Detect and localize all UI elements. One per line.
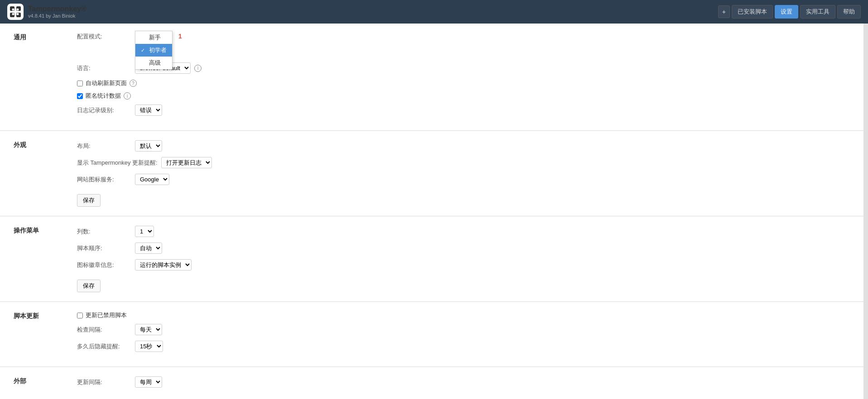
- check-interval-row: 检查间隔: 每天: [77, 324, 854, 335]
- info-icon-autoreload[interactable]: ?: [129, 80, 137, 87]
- anonymous-stats-label: 匿名统计数据: [86, 92, 121, 100]
- nav-installed-scripts[interactable]: 已安装脚本: [732, 5, 773, 19]
- badge-info-select[interactable]: 运行的脚本实例: [135, 259, 192, 271]
- config-mode-label: 配置模式:: [77, 33, 131, 41]
- log-level-label: 日志记录级别:: [77, 106, 131, 114]
- app-name: Tampermonkey®: [28, 5, 86, 13]
- config-mode-dropdown[interactable]: 新手 ✓ 初学者 高级: [135, 31, 173, 70]
- option-label-beginner: 初学者: [149, 46, 167, 54]
- update-disabled-checkbox[interactable]: [77, 313, 83, 318]
- check-mark-1: ✓: [141, 48, 146, 53]
- section-external: 外部 更新间隔: 每周: [0, 367, 868, 399]
- option-label-advanced: 高级: [149, 59, 161, 67]
- nav-buttons: + 已安装脚本 设置 实用工具 帮助: [718, 5, 861, 19]
- language-label: 语言:: [77, 64, 131, 72]
- update-notice-row: 显示 Tampermonkey 更新提醒: 打开更新日志: [77, 157, 854, 168]
- update-notice-label: 显示 Tampermonkey 更新提醒:: [77, 159, 158, 167]
- svg-point-4: [12, 9, 14, 11]
- config-option-beginner[interactable]: ✓ 初学者: [135, 44, 172, 57]
- check-interval-select[interactable]: 每天: [135, 324, 162, 335]
- script-order-row: 脚本顺序: 自动: [77, 242, 854, 254]
- section-general-body: 配置模式: 新手 ✓ 初学者 高级: [59, 33, 854, 121]
- columns-row: 列数: 1: [77, 226, 854, 237]
- badge-info-label: 图标徽章信息:: [77, 261, 131, 269]
- script-order-label: 脚本顺序:: [77, 244, 131, 252]
- nav-tools[interactable]: 实用工具: [800, 5, 835, 19]
- appearance-save-button[interactable]: 保存: [77, 194, 101, 207]
- section-general: 通用 配置模式: 新手 ✓ 初学者: [0, 24, 868, 131]
- section-general-title: 通用: [14, 33, 59, 121]
- badge-info-row: 图标徽章信息: 运行的脚本实例: [77, 259, 854, 271]
- section-appearance: 外观 布局: 默认 显示 Tampermonkey 更新提醒: 打开更新日志 网…: [0, 131, 868, 216]
- app-header: Tampermonkey® v4.8.41 by Jan Biniok: [7, 4, 718, 20]
- update-disabled-label: 更新已禁用脚本: [86, 311, 127, 319]
- app-version: v4.8.41 by Jan Biniok: [28, 13, 86, 19]
- auto-reload-label: 自动刷新新页面: [86, 79, 127, 87]
- check-interval-label: 检查间隔:: [77, 326, 131, 334]
- svg-point-7: [17, 13, 19, 15]
- info-icon-stats[interactable]: i: [124, 92, 131, 100]
- hide-notify-row: 多久后隐藏提醒: 15秒: [77, 341, 854, 352]
- language-row: 语言: browser default i: [77, 62, 854, 74]
- script-order-select[interactable]: 自动: [135, 242, 162, 254]
- info-icon-language[interactable]: i: [194, 65, 201, 72]
- config-mode-container: 新手 ✓ 初学者 高级 初学者 ?: [135, 33, 171, 57]
- context-menu-save-button[interactable]: 保存: [77, 280, 101, 292]
- layout-label: 布局:: [77, 142, 131, 150]
- auto-reload-row: 自动刷新新页面 ?: [77, 79, 854, 87]
- app-title-block: Tampermonkey® v4.8.41 by Jan Biniok: [28, 5, 86, 19]
- section-script-update-title: 脚本更新: [14, 311, 59, 357]
- section-external-title: 外部: [14, 376, 59, 393]
- hide-notify-select[interactable]: 15秒: [135, 341, 163, 352]
- add-script-button[interactable]: +: [718, 5, 730, 18]
- section-context-menu: 操作菜单 列数: 1 脚本顺序: 自动 图标徽章信息: 运行的脚本实例 保存: [0, 217, 868, 302]
- favicon-select[interactable]: Google: [135, 174, 169, 185]
- columns-select[interactable]: 1: [135, 226, 154, 237]
- layout-select[interactable]: 默认: [135, 140, 162, 152]
- auto-reload-checkbox[interactable]: [77, 81, 83, 86]
- update-disabled-row: 更新已禁用脚本: [77, 311, 854, 319]
- section-script-update-body: 更新已禁用脚本 检查间隔: 每天 多久后隐藏提醒: 15秒: [59, 311, 854, 357]
- anonymous-stats-checkbox[interactable]: [77, 93, 83, 99]
- section-context-menu-body: 列数: 1 脚本顺序: 自动 图标徽章信息: 运行的脚本实例 保存: [59, 226, 854, 292]
- section-appearance-body: 布局: 默认 显示 Tampermonkey 更新提醒: 打开更新日志 网站图标…: [59, 140, 854, 207]
- columns-label: 列数:: [77, 228, 131, 236]
- section-context-menu-title: 操作菜单: [14, 226, 59, 292]
- layout-row: 布局: 默认: [77, 140, 854, 152]
- update-interval-label: 更新间隔:: [77, 378, 131, 386]
- config-option-advanced[interactable]: 高级: [135, 57, 172, 69]
- main-content: 通用 配置模式: 新手 ✓ 初学者: [0, 24, 868, 399]
- update-notice-select[interactable]: 打开更新日志: [161, 157, 212, 168]
- update-interval-row: 更新间隔: 每周: [77, 376, 854, 388]
- section-external-body: 更新间隔: 每周: [59, 376, 854, 393]
- log-level-select[interactable]: 错误: [135, 104, 162, 116]
- config-mode-row: 配置模式: 新手 ✓ 初学者 高级: [77, 33, 854, 57]
- annotation-1: 1: [178, 33, 182, 40]
- update-interval-select[interactable]: 每周: [135, 376, 162, 388]
- nav-help[interactable]: 帮助: [837, 5, 861, 19]
- nav-settings[interactable]: 设置: [775, 5, 798, 19]
- scrollbar[interactable]: [863, 24, 868, 399]
- anonymous-stats-row: 匿名统计数据 i: [77, 92, 854, 100]
- svg-point-6: [12, 13, 14, 15]
- app-logo: [7, 4, 24, 20]
- svg-point-5: [17, 9, 19, 11]
- top-bar: Tampermonkey® v4.8.41 by Jan Biniok + 已安…: [0, 0, 868, 24]
- option-label-novice: 新手: [149, 33, 161, 42]
- log-level-row: 日志记录级别: 错误: [77, 104, 854, 116]
- config-option-beginner-raw[interactable]: 新手: [135, 31, 172, 44]
- hide-notify-label: 多久后隐藏提醒:: [77, 342, 131, 351]
- favicon-row: 网站图标服务: Google: [77, 174, 854, 185]
- favicon-label: 网站图标服务:: [77, 176, 131, 184]
- section-script-update: 脚本更新 更新已禁用脚本 检查间隔: 每天 多久后隐藏提醒: 15秒: [0, 302, 868, 367]
- section-appearance-title: 外观: [14, 140, 59, 207]
